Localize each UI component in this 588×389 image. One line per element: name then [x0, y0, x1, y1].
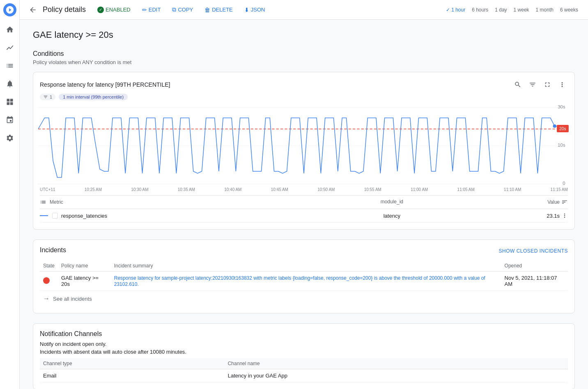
svg-text:0: 0: [563, 181, 565, 186]
metric-module-cell: latency: [304, 213, 480, 219]
copy-icon: ⧉: [172, 6, 176, 13]
see-all-incidents[interactable]: → See all incidents: [40, 291, 568, 306]
json-button[interactable]: ⬇ JSON: [239, 4, 270, 16]
chart-svg-container: 30s 10s 0 20s: [38, 104, 570, 186]
chart-card: Response latency for latency [99TH PERCE…: [33, 72, 575, 230]
notif-subtitle1: Notify on incident open only.: [40, 341, 568, 347]
incident-row: GAE latency >= 20s Response latency for …: [40, 272, 568, 291]
notif-row: Email Latency in your GAE App: [40, 369, 568, 382]
content-area: GAE latency >= 20s Conditions Policy vio…: [20, 20, 588, 389]
show-closed-button[interactable]: SHOW CLOSED INCIDENTS: [498, 248, 568, 254]
chart-x-labels: UTC+11 10:25 AM 10:30 AM 10:35 AM 10:40 …: [40, 186, 568, 192]
topbar-actions: ✓ ENABLED ✏ EDIT ⧉ COPY 🗑 DELETE ⬇ JSON: [92, 4, 270, 16]
chart-search-button[interactable]: [512, 79, 524, 90]
svg-text:10s: 10s: [558, 143, 565, 147]
notif-title: Notification Channels: [40, 330, 568, 338]
metric-name-cell: response_latencies: [40, 213, 304, 219]
state-col-header: State: [40, 260, 58, 272]
svg-point-9: [553, 124, 556, 128]
notif-table: Channel type Channel name Email Latency …: [40, 358, 568, 382]
main-area: Policy details ✓ ENABLED ✏ EDIT ⧉ COPY 🗑…: [20, 0, 588, 389]
legend-interval: 1 min interval (99th percentile): [59, 94, 128, 100]
incident-opened-cell: Nov 5, 2021, 11:18:07 AM: [501, 272, 568, 291]
chart-expand-button[interactable]: [542, 79, 553, 90]
policy-title: GAE latency >= 20s: [33, 30, 575, 40]
channel-type-header: Channel type: [40, 358, 225, 369]
sidebar-item-metrics[interactable]: [2, 39, 18, 56]
enabled-label: ENABLED: [106, 7, 131, 13]
incident-summary-link[interactable]: Response latency for sample-project late…: [114, 275, 485, 287]
time-1day[interactable]: 1 day: [492, 5, 510, 14]
metric-table: Metric module_id Value response_latencie…: [40, 195, 568, 223]
json-icon: ⬇: [244, 7, 249, 13]
delete-icon: 🗑: [204, 7, 210, 13]
sidebar: [0, 0, 20, 389]
enabled-badge: ✓ ENABLED: [92, 4, 136, 16]
app-logo: [3, 3, 16, 16]
sidebar-item-notifications[interactable]: [2, 76, 18, 92]
edit-icon: ✏: [142, 7, 147, 13]
incidents-title: Incidents: [40, 246, 66, 254]
row-more-icon[interactable]: [561, 212, 568, 219]
opened-col-header: Opened: [501, 260, 568, 272]
chart-legend: 1 1 min interval (99th percentile): [40, 94, 568, 100]
delete-button[interactable]: 🗑 DELETE: [200, 4, 238, 16]
conditions-subtitle: Policy violates when ANY condition is me…: [33, 59, 575, 65]
chart-more-button[interactable]: [556, 79, 568, 90]
conditions-title: Conditions: [33, 50, 575, 58]
policy-col-header: Policy name: [58, 260, 111, 272]
notif-type-cell: Email: [40, 369, 225, 382]
topbar: Policy details ✓ ENABLED ✏ EDIT ⧉ COPY 🗑…: [20, 0, 588, 20]
svg-text:20s: 20s: [559, 127, 566, 131]
sidebar-item-dashboards[interactable]: [2, 94, 18, 110]
enabled-icon: ✓: [97, 7, 104, 13]
metric-value-cell: 23.1s: [480, 212, 568, 219]
incident-summary-cell: Response latency for sample-project late…: [111, 272, 501, 291]
notification-channels-section: Notification Channels Notify on incident…: [33, 323, 575, 389]
edit-button[interactable]: ✏ EDIT: [137, 4, 166, 16]
sidebar-item-logs[interactable]: [2, 58, 18, 74]
metric-col-header: Metric: [40, 199, 304, 205]
metric-checkbox[interactable]: [52, 213, 58, 219]
copy-button[interactable]: ⧉ COPY: [167, 4, 198, 16]
summary-col-header: Incident summary: [111, 260, 501, 272]
incident-state-cell: [40, 272, 58, 291]
chart-controls: [512, 79, 568, 90]
incidents-section: Incidents SHOW CLOSED INCIDENTS State Po…: [33, 239, 575, 313]
sidebar-item-services[interactable]: [2, 112, 18, 128]
sidebar-item-settings[interactable]: [2, 130, 18, 146]
channel-name-header: Channel name: [225, 358, 568, 369]
see-all-arrow-icon: →: [43, 295, 50, 302]
incident-policy-cell: GAE latency >= 20s: [58, 272, 111, 291]
metric-table-row: response_latencies latency 23.1s: [40, 209, 568, 223]
incidents-header: Incidents SHOW CLOSED INCIDENTS: [40, 246, 568, 255]
chart-svg: 30s 10s 0 20s: [38, 104, 570, 186]
metric-color-line: [40, 215, 48, 216]
value-col-header: Value: [480, 199, 568, 205]
time-1month[interactable]: 1 month: [533, 5, 557, 14]
module-col-header: module_id: [304, 199, 480, 205]
metric-table-header: Metric module_id Value: [40, 196, 568, 209]
incident-state-icon: [43, 277, 50, 284]
incidents-table: State Policy name Incident summary Opene…: [40, 260, 568, 291]
back-button[interactable]: [26, 3, 39, 16]
svg-text:30s: 30s: [558, 104, 565, 109]
time-6weeks[interactable]: 6 weeks: [557, 5, 581, 14]
time-range-bar: 1 hour 6 hours 1 day 1 week 1 month 6 we…: [443, 5, 581, 14]
chart-title: Response latency for latency [99TH PERCE…: [40, 81, 170, 88]
chart-header: Response latency for latency [99TH PERCE…: [40, 79, 568, 90]
time-6hours[interactable]: 6 hours: [469, 5, 492, 14]
chart-filter-button[interactable]: [527, 79, 538, 90]
sidebar-item-home[interactable]: [2, 21, 18, 38]
legend-filter[interactable]: 1: [40, 94, 55, 100]
page-title: Policy details: [43, 5, 86, 14]
time-1hour[interactable]: 1 hour: [443, 5, 469, 14]
notif-name-cell: Latency in your GAE App: [225, 369, 568, 382]
time-1week[interactable]: 1 week: [510, 5, 533, 14]
notif-subtitle2: Incidents with absent data will auto clo…: [40, 349, 568, 355]
